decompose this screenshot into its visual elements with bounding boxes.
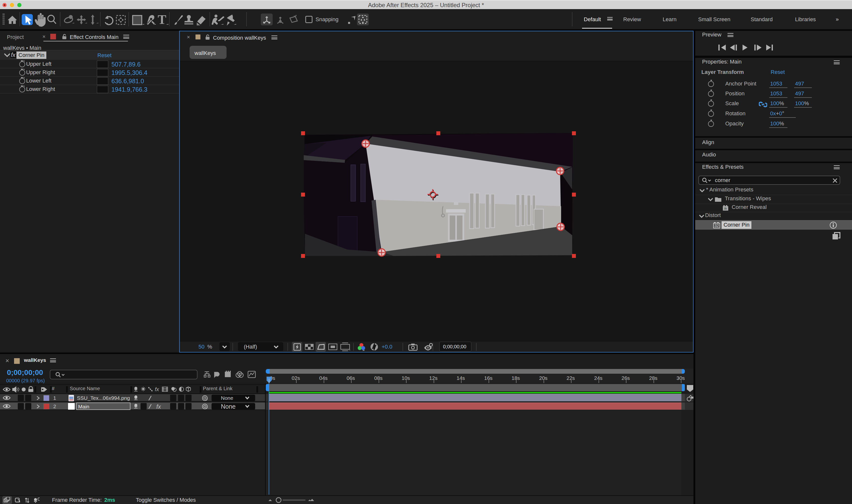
svg-text:fx: fx	[155, 386, 159, 392]
svg-text:fx: fx	[724, 207, 727, 210]
svg-text:fx: fx	[156, 403, 161, 410]
svg-text:32: 32	[714, 224, 719, 228]
svg-text:T: T	[158, 13, 167, 26]
